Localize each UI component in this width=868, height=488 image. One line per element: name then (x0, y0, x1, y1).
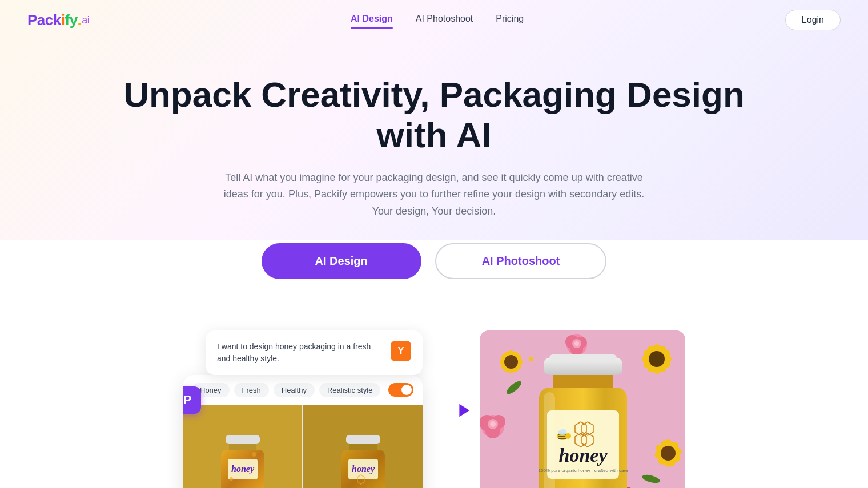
honey-grid: honey (183, 405, 423, 488)
svg-rect-7 (346, 435, 380, 444)
logo: Packify.ai (27, 11, 89, 29)
floral-honey-illustration: honey 100% pure organic honey - crafted … (480, 330, 685, 488)
svg-point-39 (649, 351, 665, 367)
svg-point-78 (529, 357, 533, 361)
tag-realistic: Realistic style (319, 383, 380, 397)
tag-fresh: Fresh (234, 383, 269, 397)
svg-rect-0 (226, 435, 260, 444)
logo-i: i (61, 11, 65, 29)
grid-panel: P Honey Fresh Healthy Realistic style (183, 375, 423, 488)
honey-jar-1: honey (208, 425, 277, 488)
grid-cell-1[interactable]: honey (183, 405, 302, 488)
large-honey-image: honey 100% pure organic honey - crafted … (480, 330, 685, 488)
svg-point-6 (252, 452, 256, 457)
left-panel: I want to design honey packaging in a fr… (183, 330, 423, 488)
hero-section: Unpack Creativity, Packaging Design with… (0, 40, 868, 330)
hero-title: Unpack Creativity, Packaging Design with… (114, 74, 754, 156)
svg-rect-87 (553, 375, 613, 388)
nav-link-ai-photoshoot[interactable]: AI Photoshoot (416, 14, 473, 26)
demo-section: I want to design honey packaging in a fr… (0, 330, 868, 488)
chat-text: I want to design honey packaging in a fr… (217, 341, 384, 365)
logo-pack: Pack (27, 11, 61, 29)
nav-link-ai-design[interactable]: AI Design (351, 14, 393, 26)
panel-logo: P (183, 386, 201, 414)
arrow-container (423, 330, 480, 422)
logo-ai-text: ai (82, 14, 89, 26)
nav-links: AI Design AI Photoshoot Pricing (351, 14, 524, 26)
logo-dot: . (78, 11, 82, 29)
main-content: Unpack Creativity, Packaging Design with… (0, 40, 868, 488)
svg-rect-1 (229, 444, 256, 450)
svg-text:honey: honey (559, 445, 608, 466)
svg-rect-86 (549, 354, 617, 361)
navbar: Packify.ai AI Design AI Photoshoot Prici… (0, 0, 868, 40)
svg-point-95 (565, 433, 571, 439)
user-avatar: Y (391, 341, 411, 361)
svg-point-69 (490, 421, 496, 427)
tags-row: Honey Fresh Healthy Realistic style (183, 375, 423, 405)
tag-toggle[interactable] (388, 383, 413, 397)
ai-design-button[interactable]: AI Design (262, 243, 421, 279)
nav-link-pricing[interactable]: Pricing (496, 14, 524, 26)
login-button[interactable]: Login (785, 10, 841, 30)
right-panel: honey 100% pure organic honey - crafted … (480, 330, 685, 488)
svg-text:honey: honey (352, 464, 375, 474)
chat-container: I want to design honey packaging in a fr… (206, 330, 423, 375)
grid-cell-2[interactable]: honey (303, 405, 423, 488)
arrow-icon (428, 399, 474, 422)
ai-photoshoot-button[interactable]: AI Photoshoot (435, 243, 607, 279)
honey-jar-2: honey (329, 425, 397, 488)
tag-healthy: Healthy (274, 383, 315, 397)
hero-subtitle: Tell AI what you imagine for your packag… (217, 170, 651, 220)
svg-point-63 (574, 341, 579, 346)
svg-point-45 (661, 446, 676, 461)
cta-buttons: AI Design AI Photoshoot (114, 243, 754, 279)
svg-text:honey: honey (231, 464, 255, 474)
logo-fy: fy (65, 11, 77, 29)
svg-text:100% pure organic honey - craf: 100% pure organic honey - crafted with c… (539, 468, 629, 473)
svg-point-5 (230, 477, 233, 481)
svg-rect-8 (349, 444, 377, 450)
svg-point-32 (504, 355, 518, 369)
